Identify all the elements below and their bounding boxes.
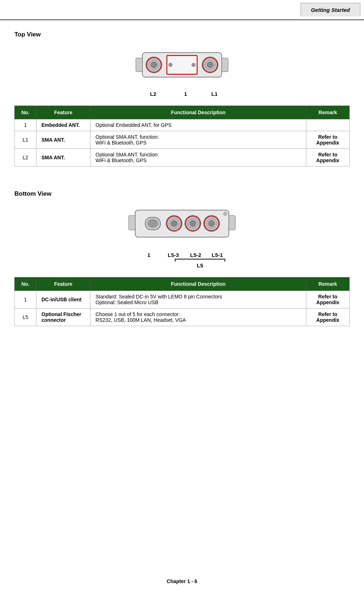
row-l1-desc: Optional SMA ANT. function:WiFi & Blueto… <box>90 131 306 149</box>
label-l5: L5 <box>197 262 203 268</box>
brow-l5-remark: Refer to Appendix <box>306 308 350 326</box>
row1-feature: Embedded ANT. <box>36 119 90 131</box>
svg-point-12 <box>169 63 172 67</box>
row1-desc: Optional Embedded ANT. for GPS <box>90 119 306 131</box>
svg-rect-11 <box>222 58 228 72</box>
table-row: L1 SMA ANT. Optional SMA ANT. function:W… <box>15 131 350 149</box>
header-tab: Getting Started <box>301 3 360 17</box>
col-no-top: No. <box>15 106 36 119</box>
brow1-desc: Standard: Sealed DC-in 5V with LEMO 8 pi… <box>90 291 306 308</box>
label-l5-1: L5-1 <box>207 252 228 258</box>
bottom-view-title: Bottom View <box>14 190 350 197</box>
brow1-no: 1 <box>15 291 36 308</box>
col-remark-top: Remark <box>306 106 350 119</box>
table-row: 1 DC-in/USB client Standard: Sealed DC-i… <box>15 291 350 308</box>
bottom-view-labels: 1 L5-3 L5-2 L5-1 L5 <box>136 252 228 268</box>
row1-no: 1 <box>15 119 36 131</box>
top-view-labels: L2 1 L1 <box>135 91 229 97</box>
svg-point-13 <box>192 63 195 67</box>
svg-point-8 <box>207 62 213 68</box>
top-view-diagram: L2 1 L1 <box>14 45 350 97</box>
svg-point-19 <box>171 221 177 226</box>
row-l2-feature: SMA ANT. <box>36 149 90 166</box>
svg-point-4 <box>151 62 157 68</box>
col-desc-bottom: Functional Description <box>90 277 306 291</box>
table-row: L5 Optional Fischer connector Choose 1 o… <box>15 308 350 326</box>
bottom-view-table: No. Feature Functional Description Remar… <box>14 277 350 326</box>
brow-l5-no: L5 <box>15 308 36 326</box>
bottom-labels-row: 1 L5-3 L5-2 L5-1 <box>136 252 228 258</box>
page-footer: Chapter 1 - 6 <box>0 578 364 584</box>
row-l2-desc: Optional SMA ANT. function:WiFi & Blueto… <box>90 149 306 166</box>
row-l1-remark: Refer to Appendix <box>306 131 350 149</box>
svg-point-16 <box>148 219 158 227</box>
l5-bracket: L5 <box>175 259 225 268</box>
row-l1-no: L1 <box>15 131 36 149</box>
page-content: Top View <box>0 20 364 354</box>
svg-rect-30 <box>229 216 235 230</box>
label-l5-2: L5-2 <box>185 252 207 258</box>
svg-point-31 <box>223 212 227 216</box>
footer-text: Chapter 1 - 6 <box>167 578 197 584</box>
label-l2: L2 <box>135 91 171 97</box>
svg-rect-29 <box>129 216 135 230</box>
table-row: L2 SMA ANT. Optional SMA ANT. function:W… <box>15 149 350 166</box>
brow-l5-feature: Optional Fischer connector <box>36 308 90 326</box>
brow1-feature: DC-in/USB client <box>36 291 90 308</box>
l5-bracket-line <box>175 259 225 262</box>
svg-point-23 <box>190 221 196 226</box>
top-view-title: Top View <box>14 31 350 38</box>
page-header: Getting Started <box>0 0 364 20</box>
col-feature-bottom: Feature <box>36 277 90 291</box>
label-l1: L1 <box>200 91 229 97</box>
svg-point-27 <box>209 221 214 226</box>
bottom-view-diagram: 1 L5-3 L5-2 L5-1 L5 <box>14 205 350 268</box>
top-view-table: No. Feature Functional Description Remar… <box>14 106 350 166</box>
brow1-remark: Refer to Appendix <box>306 291 350 308</box>
svg-rect-10 <box>136 58 142 72</box>
col-desc-top: Functional Description <box>90 106 306 119</box>
label-1-top: 1 <box>171 91 200 97</box>
row-l1-feature: SMA ANT. <box>36 131 90 149</box>
row-l2-remark: Refer to Appendix <box>306 149 350 166</box>
col-remark-bottom: Remark <box>306 277 350 291</box>
label-1-bottom: 1 <box>136 252 162 258</box>
table-row: 1 Embedded ANT. Optional Embedded ANT. f… <box>15 119 350 131</box>
col-no-bottom: No. <box>15 277 36 291</box>
row-l2-no: L2 <box>15 149 36 166</box>
top-view-svg <box>117 45 247 86</box>
row1-remark <box>306 119 350 131</box>
col-feature-top: Feature <box>36 106 90 119</box>
label-l5-3: L5-3 <box>162 252 185 258</box>
bottom-view-svg <box>114 205 250 248</box>
brow-l5-desc: Choose 1 out of 5 for each connector:RS2… <box>90 308 306 326</box>
